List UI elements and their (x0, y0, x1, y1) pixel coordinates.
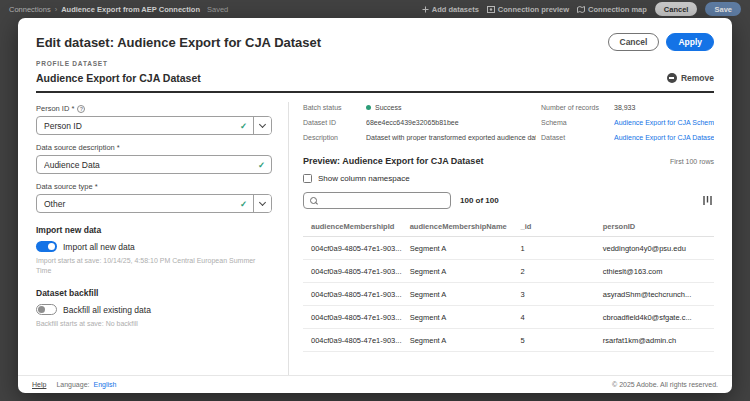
connection-preview-label: Connection preview (498, 5, 569, 14)
table-cell: Segment A (402, 306, 513, 329)
import-hint: Import starts at save: 10/14/25, 4:58:10… (36, 256, 268, 276)
table-cell: 3 (513, 283, 595, 306)
search-input[interactable] (323, 196, 444, 205)
batch-status-value: Success (366, 104, 536, 111)
chevron-down-icon (259, 121, 266, 128)
cancel-button[interactable]: Cancel (608, 33, 660, 51)
import-toggle-label: Import all new data (63, 242, 135, 252)
table-cell: 1 (513, 237, 595, 260)
import-new-data-heading: Import new data (36, 225, 272, 235)
table-cell: 004cf0a9-4805-47e1-903... (303, 306, 402, 329)
dataset-link[interactable]: Audience Export for CJA Dataset (614, 134, 714, 141)
copyright: © 2025 Adobe. All rights reserved. (612, 381, 718, 388)
connection-preview-button[interactable]: Connection preview (487, 5, 569, 14)
checkmark-icon: ✓ (258, 160, 271, 170)
table-row: 004cf0a9-4805-47e1-903... Segment A 4 cb… (303, 306, 714, 329)
breadcrumb-connections[interactable]: Connections (9, 5, 51, 14)
preview-toolbar: 100 of 100 (303, 192, 714, 209)
details-grid: Batch status Success Number of records 3… (303, 104, 714, 141)
language-link[interactable]: English (94, 381, 117, 388)
column-header: personID (595, 217, 714, 237)
modal-body: Person ID * ? Person ID ✓ Data source de… (18, 93, 732, 375)
add-datasets-label: Add datasets (432, 5, 479, 14)
description-value: Dataset with proper transformed exported… (366, 134, 536, 141)
dataset-id-label: Dataset ID (303, 119, 361, 126)
table-cell: rsarfat1km@admin.ch (595, 329, 714, 352)
add-datasets-button[interactable]: Add datasets (422, 5, 479, 14)
backfill-hint: Backfill starts at save: No backfill (36, 319, 268, 329)
person-id-label-row: Person ID * ? (36, 104, 272, 113)
data-source-description-field: ✓ (36, 155, 272, 174)
data-source-type-combobox[interactable]: Other ✓ (36, 194, 272, 213)
table-cell: asyradShm@techcrunch... (595, 283, 714, 306)
table-cell: 004cf0a9-4805-47e1-903... (303, 260, 402, 283)
backfill-toggle[interactable] (36, 304, 57, 315)
remove-dataset-button[interactable]: Remove (667, 73, 714, 83)
dataset-id-value: 68ee4ecc6439e32065b81bee (366, 119, 536, 126)
apply-button[interactable]: Apply (666, 33, 714, 51)
connection-map-label: Connection map (588, 5, 647, 14)
search-icon (310, 197, 318, 205)
column-settings-icon (702, 195, 713, 206)
dataset-name: Audience Export for CJA Dataset (36, 72, 201, 84)
person-id-combobox[interactable]: Person ID ✓ (36, 116, 272, 135)
success-dot-icon (366, 105, 371, 110)
modal-header-actions: Cancel Apply (608, 33, 715, 51)
import-toggle-row: Import all new data (36, 241, 272, 252)
column-header: audienceMembershipId (303, 217, 402, 237)
help-icon[interactable]: ? (77, 105, 85, 113)
preview-header: Preview: Audience Export for CJA Dataset… (303, 156, 714, 166)
breadcrumb: Connections › Audience Export from AEP C… (9, 5, 228, 14)
language-label: Language: (56, 381, 89, 388)
dataset-link-label: Dataset (541, 134, 609, 141)
preview-title: Preview: Audience Export for CJA Dataset (303, 156, 483, 166)
namespace-checkbox-row: Show column namespace (303, 174, 714, 183)
dataset-details-panel: Batch status Success Number of records 3… (289, 102, 714, 375)
person-id-value[interactable]: Person ID (37, 121, 240, 131)
edit-dataset-modal: Edit dataset: Audience Export for CJA Da… (18, 18, 732, 393)
table-row: 004cf0a9-4805-47e1-903... Segment A 3 as… (303, 283, 714, 306)
checkmark-icon: ✓ (240, 199, 253, 209)
screen: Connections › Audience Export from AEP C… (0, 0, 750, 401)
person-id-dropdown-button[interactable] (253, 117, 271, 134)
connection-map-button[interactable]: Connection map (577, 5, 647, 14)
records-value: 38,933 (614, 104, 714, 111)
modal-title: Edit dataset: Audience Export for CJA Da… (36, 35, 321, 50)
column-settings-button[interactable] (701, 194, 714, 207)
column-header: _id (513, 217, 595, 237)
checkmark-icon: ✓ (240, 121, 253, 131)
table-cell: 2 (513, 260, 595, 283)
page-title: Audience Export from AEP Connection (61, 5, 200, 14)
dataset-form: Person ID * ? Person ID ✓ Data source de… (36, 102, 288, 375)
page-cancel-button[interactable]: Cancel (655, 2, 698, 16)
person-id-label: Person ID * (36, 104, 74, 113)
preview-icon (487, 6, 495, 13)
show-column-namespace-checkbox[interactable] (303, 174, 312, 183)
backfill-toggle-row: Backfill all existing data (36, 304, 272, 315)
modal-footer: Help Language: English © 2025 Adobe. All… (18, 375, 732, 393)
import-all-new-data-toggle[interactable] (36, 241, 57, 252)
table-row: 004cf0a9-4805-47e1-903... Segment A 1 ve… (303, 237, 714, 260)
search-box (303, 192, 451, 209)
table-cell: veddington4y0@psu.edu (595, 237, 714, 260)
show-column-namespace-label: Show column namespace (318, 174, 410, 183)
table-cell: 004cf0a9-4805-47e1-903... (303, 329, 402, 352)
data-source-type-value[interactable]: Other (37, 199, 240, 209)
table-cell: cbroadfield4k0@sfgate.c... (595, 306, 714, 329)
data-source-type-label: Data source type * (36, 182, 272, 191)
minus-circle-icon (667, 73, 677, 83)
data-source-description-input[interactable] (37, 156, 258, 173)
table-cell: Segment A (402, 260, 513, 283)
table-header-row: audienceMembershipId audienceMembershipN… (303, 217, 714, 237)
records-label: Number of records (541, 104, 609, 111)
preview-table: audienceMembershipId audienceMembershipN… (303, 217, 714, 352)
batch-status-text: Success (375, 104, 401, 111)
page-save-button[interactable]: Save (705, 2, 741, 16)
data-source-type-dropdown-button[interactable] (253, 195, 271, 212)
help-link[interactable]: Help (32, 381, 46, 388)
table-row: 004cf0a9-4805-47e1-903... Segment A 5 rs… (303, 329, 714, 352)
schema-link[interactable]: Audience Export for CJA Schema (614, 119, 714, 126)
first-100-rows-label: First 100 rows (670, 158, 714, 165)
table-cell: Segment A (402, 329, 513, 352)
batch-status-label: Batch status (303, 104, 361, 111)
